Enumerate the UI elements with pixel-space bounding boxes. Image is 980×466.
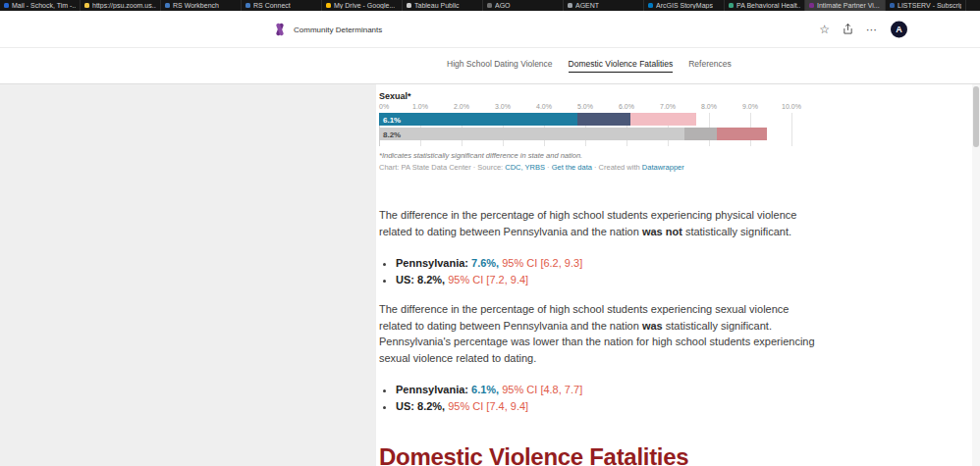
axis-tick-label: 4.0% bbox=[536, 103, 552, 110]
browser-tab[interactable]: Intimate Partner Vi... bbox=[805, 0, 886, 11]
axis-tick-label: 3.0% bbox=[495, 103, 511, 110]
stat-ci: 95% CI [4.8, 7.7] bbox=[502, 384, 582, 395]
axis-tick-label: 7.0% bbox=[660, 103, 676, 110]
browser-tab[interactable]: PA Behavioral Healt... bbox=[725, 0, 805, 11]
share-icon[interactable] bbox=[843, 24, 853, 35]
stat-ci: 95% CI [6.2, 9.3] bbox=[502, 257, 582, 269]
nav-tab[interactable]: Domestic Violence Fatalities bbox=[569, 59, 674, 73]
bar-segment bbox=[379, 128, 684, 140]
app-header: Community Determinants ☆ ⋯ A bbox=[0, 11, 980, 48]
axis-tick-label: 10.0% bbox=[782, 103, 801, 110]
bar-segment bbox=[717, 128, 766, 140]
tab-favicon-icon bbox=[407, 3, 411, 8]
tab-title: ArcGIS StoryMaps bbox=[656, 2, 713, 9]
browser-tab[interactable]: https://psu.zoom.us... bbox=[81, 0, 161, 11]
tab-favicon-icon bbox=[326, 3, 331, 8]
browser-tab[interactable]: My Drive - Google... bbox=[322, 0, 403, 11]
sexual-stat-list: Pennsylvania: 6.1%, 95% CI [4.8, 7.7] US… bbox=[379, 382, 890, 414]
axis-tick-label: 5.0% bbox=[577, 103, 593, 110]
chart-attribution: Chart: PA State Data Center · Source: CD… bbox=[379, 163, 816, 172]
chart-category-label: Sexual* bbox=[379, 91, 816, 101]
browser-tab[interactable]: RS Workbench bbox=[161, 0, 242, 11]
axis-tick-label: 9.0% bbox=[742, 103, 758, 110]
datawrapper-link[interactable]: Datawrapper bbox=[642, 163, 684, 172]
stat-label: US: bbox=[396, 274, 414, 285]
browser-tab-bar: Mail - Schock, Tim -...https://psu.zoom.… bbox=[0, 0, 980, 11]
stat-item-us: US: 8.2%, 95% CI [7.4, 9.4] bbox=[396, 398, 890, 415]
paragraph-emphasis: was not bbox=[642, 226, 682, 237]
tab-favicon-icon bbox=[245, 3, 250, 8]
browser-tab[interactable]: AGENT bbox=[564, 0, 644, 11]
tab-favicon-icon bbox=[809, 3, 814, 8]
nav-tab[interactable]: High School Dating Violence bbox=[447, 59, 553, 73]
tab-title: AGO bbox=[495, 2, 511, 9]
tab-title: LISTSERV - Subscrip... bbox=[898, 2, 961, 9]
bar-segment bbox=[630, 113, 696, 126]
stat-label: Pennsylvania: bbox=[396, 384, 468, 395]
stat-value: 8.2%, bbox=[417, 400, 445, 412]
bar-value-label: 8.2% bbox=[383, 129, 401, 138]
header-actions: ☆ ⋯ A bbox=[819, 21, 907, 37]
browser-tab[interactable]: Tableau Public bbox=[403, 0, 483, 11]
bar-value-label: 6.1% bbox=[383, 115, 401, 124]
narrative-section: The difference in the percentage of high… bbox=[379, 207, 890, 466]
nav-tabs: High School Dating ViolenceDomestic Viol… bbox=[447, 48, 732, 83]
browser-tab[interactable]: LISTSERV - Subscrip... bbox=[886, 0, 966, 11]
tab-favicon-icon bbox=[4, 3, 9, 8]
paragraph-text: statistically significant. bbox=[682, 226, 791, 237]
axis-tick-label: 2.0% bbox=[454, 103, 469, 110]
browser-tab[interactable]: RS Connect bbox=[242, 0, 322, 11]
chart-plot: 6.1%8.2% bbox=[379, 113, 791, 146]
story-nav: High School Dating ViolenceDomestic Viol… bbox=[0, 48, 980, 84]
tab-title: RS Workbench bbox=[173, 2, 219, 9]
paragraph-sexual-violence: The difference in the percentage of high… bbox=[379, 301, 890, 366]
browser-tab[interactable]: AGO bbox=[483, 0, 564, 11]
get-data-link[interactable]: Get the data bbox=[552, 163, 592, 172]
browser-tab[interactable]: ArcGIS StoryMaps bbox=[644, 0, 725, 11]
bar-segment bbox=[577, 113, 631, 126]
tab-title: Intimate Partner Vi... bbox=[817, 2, 880, 9]
stat-item-pa: Pennsylvania: 7.6%, 95% CI [6.2, 9.3] bbox=[396, 255, 890, 272]
physical-stat-list: Pennsylvania: 7.6%, 95% CI [6.2, 9.3] US… bbox=[379, 255, 890, 287]
stat-value: 7.6%, bbox=[471, 257, 499, 269]
attribution-text: · Created with bbox=[592, 163, 642, 172]
tab-title: Mail - Schock, Tim -... bbox=[12, 2, 76, 9]
tab-favicon-icon bbox=[890, 3, 895, 8]
bar-segment bbox=[684, 128, 718, 140]
attribution-text: Chart: PA State Data Center · Source: bbox=[379, 163, 505, 172]
scrollbar-thumb[interactable] bbox=[973, 86, 979, 147]
chart-section: Sexual* 0%1.0%2.0%3.0%4.0%5.0%6.0%7.0%8.… bbox=[379, 91, 816, 172]
page-scrollbar[interactable] bbox=[972, 84, 980, 466]
tab-title: My Drive - Google... bbox=[334, 2, 395, 9]
stat-ci: 95% CI [7.4, 9.4] bbox=[448, 400, 528, 412]
nav-tab[interactable]: References bbox=[688, 59, 731, 73]
chart-footnote: *Indicates statistically significant dif… bbox=[379, 151, 816, 160]
bar-row-pennsylvania: 6.1% bbox=[379, 113, 791, 126]
tab-title: AGENT bbox=[575, 2, 599, 9]
stat-ci: 95% CI [7.2, 9.4] bbox=[448, 274, 528, 285]
account-avatar[interactable]: A bbox=[891, 21, 907, 37]
attribution-text: · bbox=[545, 163, 552, 172]
chart-axis: 0%1.0%2.0%3.0%4.0%5.0%6.0%7.0%8.0%9.0%10… bbox=[379, 103, 791, 112]
favorite-star-icon[interactable]: ☆ bbox=[819, 24, 830, 35]
site-logo-group[interactable]: Community Determinants bbox=[273, 22, 382, 36]
tab-favicon-icon bbox=[84, 3, 89, 8]
tab-title: RS Connect bbox=[253, 2, 291, 9]
tab-favicon-icon bbox=[568, 3, 572, 8]
bar-segment bbox=[379, 113, 577, 126]
paragraph-physical-violence: The difference in the percentage of high… bbox=[379, 207, 890, 239]
stat-value: 6.1%, bbox=[471, 384, 499, 395]
gridline bbox=[791, 113, 792, 146]
bar-row-us: 8.2% bbox=[379, 128, 791, 140]
tab-favicon-icon bbox=[165, 3, 170, 8]
content-panel: Sexual* 0%1.0%2.0%3.0%4.0%5.0%6.0%7.0%8.… bbox=[376, 84, 972, 466]
stat-value: 8.2%, bbox=[417, 274, 445, 285]
tab-title: https://psu.zoom.us... bbox=[92, 2, 156, 9]
stat-label: US: bbox=[396, 400, 414, 412]
browser-tab[interactable]: Mail - Schock, Tim -... bbox=[0, 0, 81, 11]
source-link[interactable]: CDC, YRBS bbox=[505, 163, 545, 172]
section-heading: Domestic Violence Fatalities bbox=[379, 443, 890, 466]
tab-favicon-icon bbox=[729, 3, 734, 8]
content-background: Sexual* 0%1.0%2.0%3.0%4.0%5.0%6.0%7.0%8.… bbox=[0, 84, 980, 466]
more-options-icon[interactable]: ⋯ bbox=[866, 24, 878, 34]
